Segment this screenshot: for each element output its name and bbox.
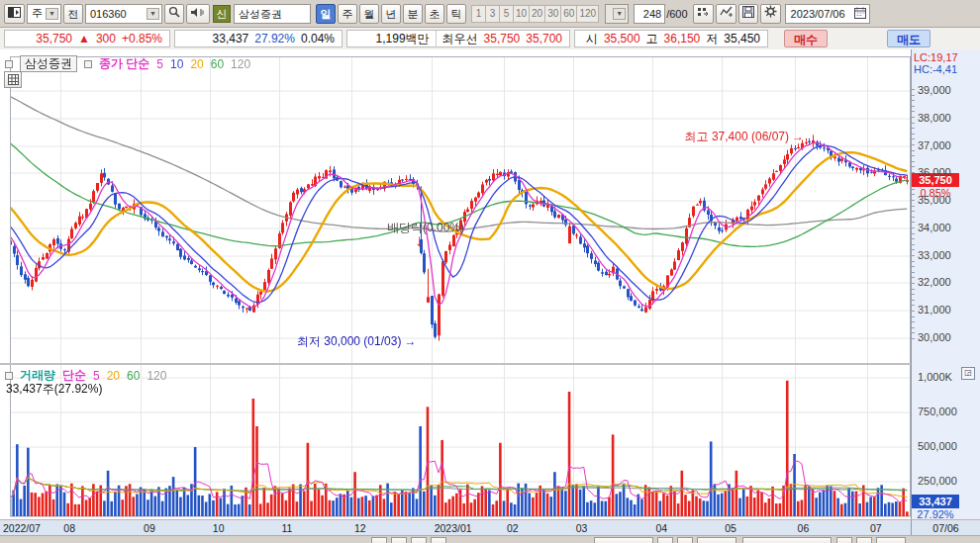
trade-value: 1,199백만 [376, 31, 430, 47]
chart-type-combo[interactable]: 주 ▼ [27, 4, 61, 24]
quote-info-row: 35,750 ▲ 300 +0.85% 33,437 27.92% 0.04% … [0, 28, 980, 50]
legend-stock-name[interactable]: 삼성증권 [20, 55, 77, 72]
price-group: 35,750 ▲ 300 +0.85% [4, 30, 170, 47]
top-toolbar: 주 ▼ 전 016360 ▼ 신 삼성증권 일주월년분초틱 1351020306… [0, 0, 980, 28]
stock-chart-window: 주 ▼ 전 016360 ▼ 신 삼성증권 일주월년분초틱 1351020306… [0, 0, 980, 543]
minute-button-30[interactable]: 30 [544, 5, 561, 23]
partial-button[interactable] [411, 537, 427, 543]
chart-grid-tool-icon[interactable] [4, 71, 22, 88]
main-chart-legend: 삼성증권 종가 단순 5 10 20 60 120 [5, 55, 257, 72]
gear-icon[interactable] [760, 4, 781, 24]
period-button-일[interactable]: 일 [316, 4, 336, 24]
partial-button[interactable] [876, 537, 906, 543]
legend-ma-label: 종가 단순 [99, 55, 149, 72]
period-button-분[interactable]: 분 [403, 4, 423, 24]
high-label: 고 [646, 31, 658, 47]
stock-name-field[interactable]: 삼성증권 [234, 4, 311, 24]
x-axis-label: 2023/01 [435, 522, 472, 534]
hc-value: HC:-4,41 [914, 63, 957, 75]
ohl-group: 시 35,500 고 36,150 저 35,450 [574, 30, 768, 47]
partial-button[interactable] [742, 537, 832, 543]
volume-axis-label: 250,000 [918, 475, 973, 487]
jeon-button[interactable]: 전 [63, 4, 83, 24]
open-value: 35,500 [604, 32, 640, 45]
chart-type-value: 주 [32, 6, 43, 21]
period-button-월[interactable]: 월 [359, 4, 379, 24]
date-axis[interactable]: 2022/0708091011122023/01020304050607 07/… [0, 519, 980, 535]
period-button-년[interactable]: 년 [381, 4, 401, 24]
trendline-icon[interactable] [716, 4, 736, 24]
volume-group: 33,437 27.92% 0.04% [174, 30, 343, 47]
period-button-주[interactable]: 주 [338, 4, 357, 24]
price-axis-label: 39,000 [918, 84, 973, 96]
stock-code-value: 016360 [90, 8, 144, 20]
x-axis-label: 03 [576, 522, 588, 534]
minute-button-3[interactable]: 3 [485, 5, 500, 23]
chart-area: LC:19,17 HC:-4,41 삼성증권 종가 단순 5 10 20 60 … [0, 49, 980, 543]
price-axis-label: 32,000 [918, 276, 973, 288]
current-volume-marker: 33,437 27.92% [912, 495, 959, 520]
legend-toggle-icon[interactable] [84, 60, 92, 68]
volume-ma120: 120 [147, 369, 166, 383]
partial-button[interactable] [371, 537, 387, 543]
buy-button[interactable]: 매수 [784, 30, 828, 47]
annotation-exdiv: 배당락(0.00%) [387, 220, 464, 236]
period-button-group: 일주월년분초틱 [315, 4, 467, 24]
turnover-ratio: 0.04% [301, 32, 335, 45]
price-axis-label: 38,000 [918, 112, 973, 124]
down-arrow-icon: ↓ [415, 231, 424, 251]
x-axis-label: 09 [144, 522, 155, 534]
minute-button-120[interactable]: 120 [576, 5, 599, 23]
minute-button-60[interactable]: 60 [560, 5, 577, 23]
stock-code-combo[interactable]: 016360 ▼ [85, 4, 162, 24]
partial-button[interactable] [856, 537, 872, 543]
legend-toggle-icon[interactable] [5, 60, 13, 68]
partial-button[interactable] [836, 537, 852, 543]
candlestick-chart-canvas[interactable] [0, 49, 911, 519]
period-button-틱[interactable]: 틱 [446, 4, 466, 24]
period-button-초[interactable]: 초 [425, 4, 444, 24]
partial-button[interactable] [431, 537, 446, 543]
x-axis-label: 07 [870, 522, 882, 534]
calendar-icon[interactable] [854, 7, 866, 21]
minute-button-5[interactable]: 5 [499, 5, 514, 23]
legend-toggle-icon[interactable] [5, 372, 13, 380]
best-bid: 35,750 [484, 32, 521, 45]
partial-button[interactable] [391, 537, 407, 543]
sound-icon[interactable] [186, 4, 210, 24]
x-axis-label: 12 [354, 522, 366, 534]
chevron-down-icon[interactable]: ▼ [147, 8, 159, 20]
bar-count-input[interactable]: 248 [634, 4, 665, 24]
chevron-down-icon[interactable]: ▼ [46, 8, 58, 20]
legend-ma10: 10 [170, 57, 183, 71]
chevron-down-icon[interactable]: ▼ [613, 8, 626, 20]
volume-ratio: 27.92% [254, 32, 295, 45]
partial-button[interactable] [657, 537, 673, 543]
volume-value: 33,437 [213, 32, 249, 45]
minute-button-10[interactable]: 10 [513, 5, 530, 23]
price-axis-label: 30,000 [918, 331, 973, 343]
partial-button[interactable] [594, 537, 653, 543]
partial-button[interactable] [697, 537, 736, 543]
minute-button-group: 13510203060120 [472, 5, 599, 23]
price-axis-label: 31,000 [918, 304, 973, 316]
price-axis-label: 37,000 [918, 139, 973, 151]
annotation-high: 최고 37,400 (06/07)→ [594, 129, 804, 145]
price-axis-label: 34,000 [918, 222, 973, 233]
low-value: 35,450 [724, 32, 760, 45]
minute-button-1[interactable]: 1 [471, 5, 486, 23]
sell-button[interactable]: 매도 [887, 30, 931, 47]
right-arrow-icon: → [792, 130, 804, 143]
search-icon[interactable] [164, 4, 184, 24]
annotation-low: 최저 30,000 (01/03)→ [297, 333, 416, 350]
bar-total-label: /600 [666, 8, 687, 20]
volume-ma20: 20 [107, 369, 120, 383]
date-input[interactable]: 2023/07/06 [785, 4, 870, 24]
minute-button-20[interactable]: 20 [529, 5, 545, 23]
bottom-toolbar-partial [0, 535, 980, 543]
partial-button[interactable] [677, 537, 693, 543]
compare-icon[interactable] [693, 4, 714, 24]
extra-combo[interactable]: ▼ [605, 4, 629, 24]
panel-toggle-icon[interactable] [4, 4, 25, 24]
save-icon[interactable] [738, 4, 758, 24]
